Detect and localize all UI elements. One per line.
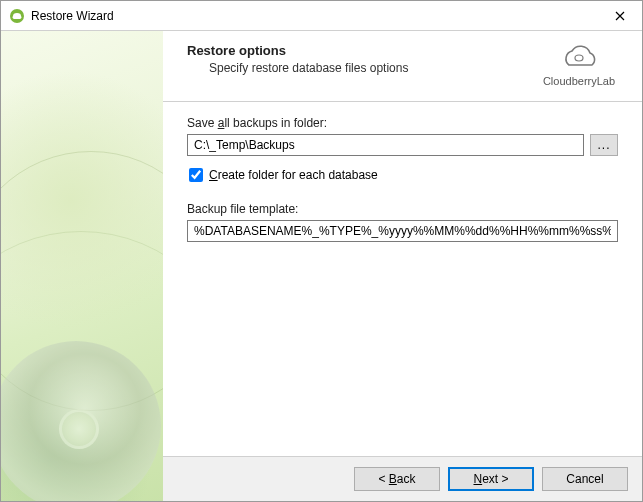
create-folder-label: Create folder for each database [209, 168, 378, 182]
wizard-body: Restore options Specify restore database… [1, 31, 642, 501]
title-bar: Restore Wizard [1, 1, 642, 31]
app-icon [9, 8, 25, 24]
save-folder-label: Save all backups in folder: [187, 116, 618, 130]
window-title: Restore Wizard [31, 9, 597, 23]
wizard-footer: < Back Next > Cancel [163, 456, 642, 501]
close-button[interactable] [597, 1, 642, 31]
save-folder-input[interactable] [187, 134, 584, 156]
create-folder-checkbox-row[interactable]: Create folder for each database [189, 168, 618, 182]
svg-point-1 [575, 55, 583, 61]
cancel-button[interactable]: Cancel [542, 467, 628, 491]
page-title: Restore options [187, 43, 526, 58]
wizard-sidebar [1, 31, 163, 501]
page-subtitle: Specify restore database files options [187, 61, 526, 75]
page-header: Restore options Specify restore database… [163, 31, 642, 95]
browse-button[interactable]: ... [590, 134, 618, 156]
cloud-icon [534, 43, 624, 73]
restore-wizard-window: Restore Wizard Restore options Specify r… [0, 0, 643, 502]
template-input[interactable] [187, 220, 618, 242]
wizard-content: Restore options Specify restore database… [163, 31, 642, 501]
template-label: Backup file template: [187, 202, 618, 216]
next-button[interactable]: Next > [448, 467, 534, 491]
back-button[interactable]: < Back [354, 467, 440, 491]
brand-logo: CloudberryLab [534, 43, 624, 87]
create-folder-checkbox[interactable] [189, 168, 203, 182]
form-area: Save all backups in folder: ... Create f… [163, 102, 642, 456]
brand-name: CloudberryLab [534, 75, 624, 87]
